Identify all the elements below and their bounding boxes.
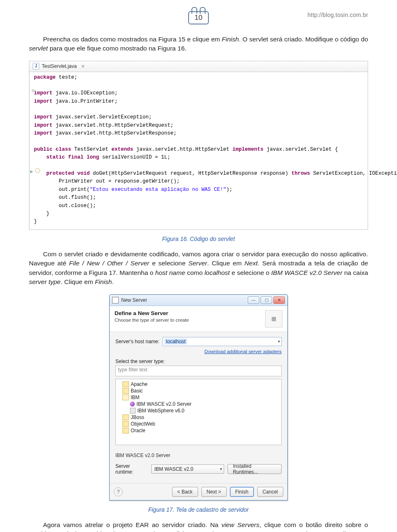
header-url: http://blog.tosin.com.br (308, 12, 368, 18)
chevron-down-icon: ▾ (220, 467, 222, 471)
figure-16-caption: Figura 16. Código do servlet (29, 236, 368, 242)
p1-text: Preencha os dados como mostrados na Figu… (43, 36, 222, 43)
host-name-label: Server's host name: (115, 339, 159, 344)
editor-tab: J TestServlet.java ✕ (29, 61, 368, 72)
host-name-field[interactable]: localhost ▾ (163, 337, 282, 346)
close-button[interactable]: ✕ (273, 296, 285, 304)
code-editor-screenshot: J TestServlet.java ✕ ⊟ ▶ package teste; … (29, 61, 368, 230)
window-icon (112, 297, 119, 303)
tree-item-ibm-websphere[interactable]: IBM WebSphere v6.0 (122, 407, 280, 414)
type-filter-input[interactable]: type filter text (115, 366, 282, 376)
folder-icon (122, 414, 129, 420)
server-type-tree[interactable]: Apache Basic IBM IBM WASCE v2.0 Server I… (115, 379, 282, 445)
next-button[interactable]: Next > (201, 487, 227, 497)
folder-icon (122, 421, 129, 427)
dialog-title: New Server (121, 297, 245, 303)
dialog-wizard-icon: ▦ (265, 310, 282, 327)
dialog-heading: Define a New Server (115, 310, 189, 316)
server-icon (130, 408, 136, 414)
tree-item-objectweb[interactable]: ObjectWeb (122, 421, 280, 427)
p1-mid: . O servlet será criado. Modifique o cód… (239, 36, 368, 43)
page-number: 10 (188, 11, 209, 24)
tree-item-jboss[interactable]: JBoss (122, 414, 280, 421)
host-name-value: localhost (165, 339, 187, 344)
tree-item-basic[interactable]: Basic (122, 388, 280, 394)
tree-item-ibm[interactable]: IBM (122, 394, 280, 401)
download-adapters-link[interactable]: Download additional server adapters (204, 349, 282, 354)
dialog-titlebar: New Server ― ▢ ✕ (110, 295, 287, 306)
installed-runtimes-button[interactable]: Installed Runtimes... (227, 464, 282, 474)
tree-item-oracle[interactable]: Oracle (122, 427, 280, 434)
editor-gutter: ⊟ ▶ (29, 72, 30, 229)
minimize-button[interactable]: ― (248, 296, 259, 304)
dialog-subheading: Choose the type of server to create (115, 318, 189, 323)
p1-servlet: servlet (29, 45, 48, 52)
folder-icon (122, 388, 129, 394)
server-icon (130, 402, 135, 407)
folder-open-icon (122, 395, 129, 400)
tab-close-icon: ✕ (81, 63, 85, 70)
java-file-icon: J (33, 63, 39, 70)
paragraph-3: Agora vamos atrelar o projeto EAR ao ser… (29, 520, 368, 532)
chevron-down-icon: ▾ (278, 339, 280, 344)
back-button[interactable]: < Back (172, 487, 198, 497)
selected-server-status: IBM WASCE v2.0 Server (115, 453, 282, 458)
p1-post: para que ele fique como mostrado na Figu… (48, 45, 187, 52)
cancel-button[interactable]: Cancel (257, 487, 283, 497)
help-button[interactable]: ? (114, 487, 123, 496)
tree-item-apache[interactable]: Apache (122, 381, 280, 388)
new-server-dialog: New Server ― ▢ ✕ Define a New Server Cho… (109, 294, 288, 501)
figure-17-caption: Figura 17. Tela de cadastro de servidor (29, 506, 368, 513)
editor-code: package teste; import java.io.IOExceptio… (30, 72, 397, 229)
paragraph-2: Com o servlet criado e devidamente codif… (29, 250, 368, 287)
paragraph-1: Preencha os dados como mostrados na Figu… (29, 35, 368, 53)
dialog-header: Define a New Server Choose the type of s… (110, 306, 287, 332)
server-runtime-label: Server runtime: (115, 463, 148, 475)
page-header: 10 http://blog.tosin.com.br (29, 8, 368, 27)
server-runtime-combo[interactable]: IBM WASCE v2.0 ▾ (151, 465, 224, 474)
server-runtime-value: IBM WASCE v2.0 (154, 466, 193, 472)
select-server-type-label: Select the server type: (115, 359, 282, 364)
p1-finish: Finish (222, 36, 239, 43)
finish-button[interactable]: Finish (230, 487, 254, 497)
maximize-button[interactable]: ▢ (261, 296, 272, 304)
folder-icon (122, 428, 129, 433)
editor-tab-label: TestServlet.java (42, 63, 77, 70)
dialog-footer: ? < Back Next > Finish Cancel (110, 483, 287, 500)
folder-icon (122, 381, 129, 387)
tree-item-ibm-wasce[interactable]: IBM WASCE v2.0 Server (122, 401, 280, 407)
